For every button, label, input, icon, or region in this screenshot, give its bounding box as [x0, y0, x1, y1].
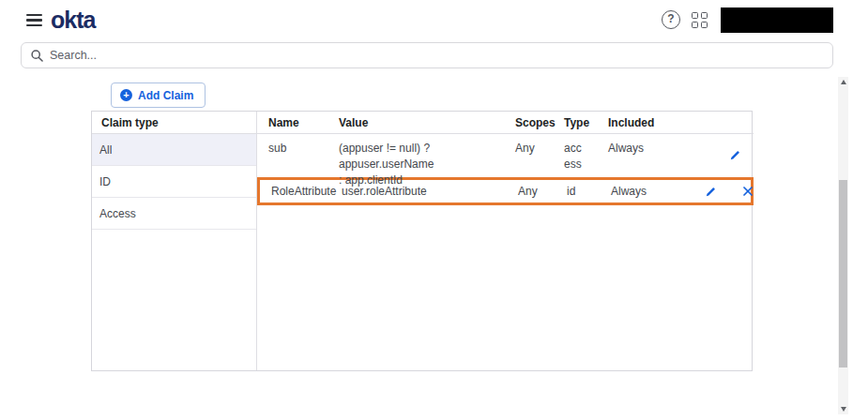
cell-scopes: Any: [507, 180, 556, 202]
search-icon: [31, 50, 43, 62]
app-grid-icon[interactable]: [692, 12, 708, 28]
search-input[interactable]: [50, 49, 832, 62]
cell-actions: [693, 185, 767, 198]
claims-table: Name Value Scopes Type Included sub (app…: [257, 112, 754, 370]
scroll-down-arrow-icon[interactable]: [838, 404, 848, 414]
claims-table-header: Name Value Scopes Type Included: [257, 112, 754, 134]
edit-pencil-icon[interactable]: [704, 185, 717, 198]
col-header-type: Type: [553, 112, 597, 134]
scroll-up-arrow-icon[interactable]: [838, 77, 848, 87]
plus-circle-icon: +: [120, 89, 132, 101]
claims-panel: Claim type All ID Access Name Value Scop…: [91, 111, 753, 371]
cell-type: id: [556, 180, 600, 202]
claim-type-item-id[interactable]: ID: [92, 166, 256, 198]
table-row-sub[interactable]: sub (appuser != null) ? appuser.userName…: [257, 134, 754, 177]
top-bar: okta ?: [0, 0, 868, 41]
help-button[interactable]: ?: [662, 10, 680, 29]
global-search-bar[interactable]: [21, 42, 833, 68]
add-claim-button[interactable]: + Add Claim: [111, 82, 206, 108]
table-row-roleattribute-highlighted[interactable]: RoleAttribute user.roleAttribute Any id …: [257, 177, 754, 205]
col-header-value: Value: [327, 112, 504, 134]
hamburger-menu-icon[interactable]: [26, 14, 42, 26]
okta-logo[interactable]: okta: [51, 7, 95, 34]
value-line: (appuser != null) ? appuser.userName: [339, 141, 504, 172]
account-menu-redacted-block[interactable]: [721, 8, 833, 33]
edit-pencil-icon[interactable]: [728, 148, 741, 161]
cell-included: Always: [600, 180, 693, 202]
claim-type-column: Claim type All ID Access: [92, 112, 257, 370]
claim-type-item-all[interactable]: All: [92, 134, 256, 166]
col-header-name: Name: [257, 112, 327, 134]
claim-type-header: Claim type: [92, 112, 256, 134]
question-mark-icon: ?: [667, 12, 674, 25]
claim-type-item-access[interactable]: Access: [92, 198, 256, 230]
cell-actions: [690, 141, 754, 188]
okta-admin-screen: okta ? + Add Claim Claim type All ID Acc…: [0, 0, 868, 420]
delete-x-icon[interactable]: [741, 185, 754, 198]
col-header-scopes: Scopes: [504, 112, 553, 134]
cell-value: user.roleAttribute: [330, 180, 507, 202]
vertical-scrollbar[interactable]: [838, 77, 848, 414]
scrollbar-thumb[interactable]: [839, 180, 847, 368]
cell-name: RoleAttribute: [260, 180, 330, 202]
add-claim-label: Add Claim: [138, 89, 193, 102]
col-header-included: Included: [597, 112, 690, 134]
